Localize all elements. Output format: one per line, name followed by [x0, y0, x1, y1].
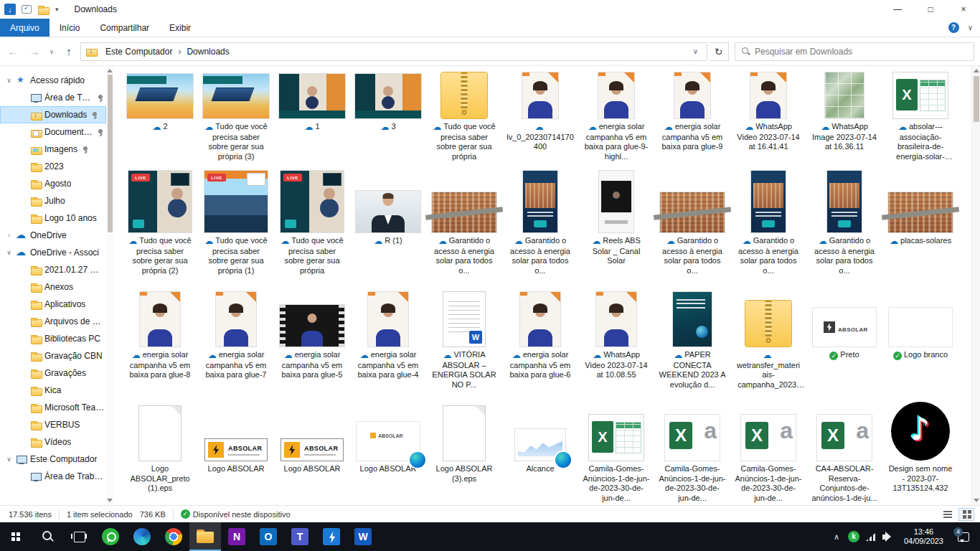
- ribbon-tab-arquivo[interactable]: Arquivo: [0, 19, 50, 37]
- file-item[interactable]: ☁Garantido o acesso à energia solar para…: [502, 169, 578, 276]
- file-item[interactable]: ☁WhatsApp Image 2023-07-14 at 16.36.11: [806, 70, 882, 161]
- file-item[interactable]: ☁absolar---associação-brasileira-de-ener…: [882, 70, 958, 161]
- ribbon-expand-icon[interactable]: ∨: [968, 24, 973, 32]
- file-item[interactable]: ☁Garantido o acesso à energia solar para…: [426, 169, 502, 276]
- taskbar-teams[interactable]: T: [284, 522, 316, 551]
- file-item[interactable]: ☁Garantido o acesso à energia solar para…: [730, 169, 806, 276]
- ribbon-tab-inicio[interactable]: Início: [50, 19, 90, 37]
- sidebar-item-imagens[interactable]: Imagens: [0, 141, 106, 158]
- sidebar-item-onedrive[interactable]: ›OneDrive: [0, 227, 106, 244]
- wifi-icon[interactable]: [862, 522, 880, 551]
- sidebar-scrollbar[interactable]: [106, 66, 113, 505]
- chevron-expanded-icon[interactable]: ∨: [4, 249, 14, 256]
- file-item[interactable]: ☁Tudo que você precisa saber sobre gerar…: [198, 169, 274, 276]
- minimize-button[interactable]: —: [881, 0, 914, 19]
- qat-new-folder-icon[interactable]: [37, 4, 50, 15]
- sidebar-item-area-de-trabalho[interactable]: Área de Trabalho: [0, 468, 106, 485]
- file-item[interactable]: ☁Tudo que você precisa saber sobre gerar…: [426, 70, 502, 161]
- sidebar-item-este-computador[interactable]: ∨Este Computador: [0, 451, 106, 468]
- file-item[interactable]: Logo ABSOLAR_preto (1).eps: [122, 397, 198, 504]
- file-item[interactable]: Logo ABSOLAR: [274, 397, 350, 504]
- file-item[interactable]: ☁Tudo que você precisa saber sobre gerar…: [274, 169, 350, 276]
- sidebar-item-onedrive-associ[interactable]: ∨OneDrive - Associ: [0, 244, 106, 261]
- sidebar-item-gravacoes[interactable]: Gravações: [0, 364, 106, 382]
- taskbar-start[interactable]: [0, 522, 32, 551]
- scroll-thumb[interactable]: [974, 76, 979, 122]
- qat-properties-icon[interactable]: [22, 5, 32, 14]
- forward-button[interactable]: →: [24, 42, 44, 62]
- notification-center-button[interactable]: 4: [951, 522, 976, 551]
- file-item[interactable]: ☁WhatsApp Video 2023-07-14 at 16.41.41: [730, 70, 806, 161]
- sidebar-item-2023[interactable]: 2023: [0, 158, 106, 175]
- file-item[interactable]: ☁wetransfer_materiais-campanha_2023-07-1…: [730, 283, 806, 390]
- file-item[interactable]: ☁Garantido o acesso à energia solar para…: [806, 169, 882, 276]
- sidebar-scroll-up-icon[interactable]: [107, 69, 113, 72]
- file-item[interactable]: Logo ABSOLAR (3).eps: [426, 397, 502, 504]
- file-item[interactable]: ☁energia solar campanha v5 em baixa para…: [274, 283, 350, 390]
- back-button[interactable]: ←: [3, 42, 23, 62]
- taskbar-file-explorer[interactable]: [189, 522, 221, 551]
- file-item[interactable]: ☁VITÓRIA ABSOLAR – ENERGIA SOLAR NO P...: [426, 283, 502, 390]
- file-item[interactable]: ☁energia solar campanha v5 em baixa para…: [122, 283, 198, 390]
- taskbar-task-view[interactable]: [63, 522, 95, 551]
- sidebar-item-bibliotecas-pc[interactable]: Bibliotecas PC: [0, 330, 106, 347]
- sidebar-scroll-down-icon[interactable]: [107, 499, 113, 502]
- icons-view-button[interactable]: [958, 508, 974, 521]
- address-dropdown-icon[interactable]: ∨: [689, 47, 702, 55]
- sidebar-item-kica[interactable]: Kica: [0, 382, 106, 399]
- sidebar-scroll-thumb[interactable]: [108, 75, 113, 232]
- file-item[interactable]: Camila-Gomes-Anúncios-1-de-jun-de-2023-3…: [654, 397, 730, 504]
- close-button[interactable]: ×: [947, 0, 980, 19]
- breadcrumb-segment-este-computador[interactable]: Este Computador: [100, 45, 177, 58]
- file-item[interactable]: ☁energia solar campanha v5 em baixa para…: [578, 70, 654, 161]
- chevron-up-icon[interactable]: [828, 522, 845, 551]
- sidebar-item-logo-10-anos[interactable]: Logo 10 anos: [0, 209, 106, 227]
- taskbar-whatsapp[interactable]: [95, 522, 126, 551]
- file-item[interactable]: ☁Tudo que você precisa saber sobre gerar…: [198, 70, 274, 161]
- file-item[interactable]: ✓Logo branco: [882, 283, 958, 390]
- up-button[interactable]: ↑: [59, 42, 79, 62]
- search-box[interactable]: [735, 42, 974, 61]
- file-item[interactable]: ☁lv_0_20230714170400: [502, 70, 578, 161]
- sidebar-item-microsoft-teams[interactable]: Microsoft Teams: [0, 399, 106, 416]
- kaspersky-icon[interactable]: [845, 522, 862, 551]
- sidebar-item-acesso-rapido[interactable]: ∨Acesso rápido: [0, 72, 106, 89]
- file-item[interactable]: ☁energia solar campanha v5 em baixa para…: [198, 283, 274, 390]
- refresh-button[interactable]: ↻: [709, 42, 729, 61]
- taskbar-outlook[interactable]: O: [253, 522, 284, 551]
- sidebar-item-gravacao-cbn[interactable]: Gravação CBN: [0, 347, 106, 364]
- file-item[interactable]: ☁Garantido o acesso à energia solar para…: [654, 169, 730, 276]
- file-item[interactable]: ☁1: [274, 70, 350, 161]
- file-item[interactable]: ☁Tudo que você precisa saber sobre gerar…: [122, 169, 198, 276]
- taskbar-word[interactable]: W: [347, 522, 379, 551]
- recent-locations-icon[interactable]: ∨: [46, 42, 57, 62]
- file-item[interactable]: ☁PAPER CONECTA WEEKEND 2023 A evolução d…: [654, 283, 730, 390]
- sidebar-item-julho[interactable]: Julho: [0, 192, 106, 209]
- details-view-button[interactable]: [940, 508, 956, 521]
- ribbon-tab-compartilhar[interactable]: Compartilhar: [90, 19, 159, 37]
- maximize-button[interactable]: □: [914, 0, 947, 19]
- file-item[interactable]: CA4-ABSOLAR-Reserva-Conjuntos-de-anúncio…: [806, 397, 882, 504]
- file-item[interactable]: Design sem nome - 2023-07-13T135124.432: [882, 397, 958, 504]
- chevron-expanded-icon[interactable]: ∨: [4, 456, 14, 463]
- chevron-expanded-icon[interactable]: ∨: [4, 77, 14, 84]
- taskbar-edge[interactable]: [126, 522, 158, 551]
- file-item[interactable]: Alcance: [502, 397, 578, 504]
- content-scrollbar[interactable]: [971, 66, 980, 505]
- volume-icon[interactable]: [880, 522, 897, 551]
- chevron-collapsed-icon[interactable]: ›: [4, 232, 14, 239]
- file-item[interactable]: Logo ABSOLAR: [198, 397, 274, 504]
- help-icon[interactable]: ?: [948, 22, 959, 33]
- taskbar-stream[interactable]: [316, 522, 347, 551]
- sidebar-item-videos[interactable]: Vídeos: [0, 433, 106, 451]
- file-item[interactable]: ☁3: [350, 70, 426, 161]
- file-item[interactable]: ☁energia solar campanha v5 em baixa para…: [502, 283, 578, 390]
- sidebar-item-downloads[interactable]: Downloads: [0, 106, 106, 123]
- address-box[interactable]: Este Computador›Downloads ∨: [80, 42, 707, 61]
- taskbar-search[interactable]: [32, 522, 63, 551]
- file-item[interactable]: ☁R (1): [350, 169, 426, 276]
- search-input[interactable]: [755, 47, 968, 57]
- ribbon-tab-exibir[interactable]: Exibir: [159, 19, 201, 37]
- qat-customize-dropdown-icon[interactable]: ▾: [55, 6, 59, 13]
- file-item[interactable]: ✓Preto: [806, 283, 882, 390]
